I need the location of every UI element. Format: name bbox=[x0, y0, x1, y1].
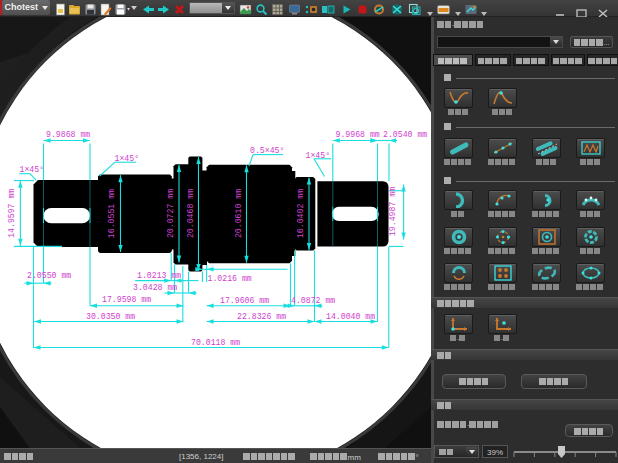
svg-text:1×45°: 1×45° bbox=[306, 151, 331, 160]
svg-text:19.4987 mm: 19.4987 mm bbox=[388, 187, 397, 236]
svg-text:4.0872 mm: 4.0872 mm bbox=[291, 296, 335, 305]
svg-text:2.0550 mm: 2.0550 mm bbox=[27, 271, 71, 280]
svg-text:14.0040 mm: 14.0040 mm bbox=[326, 312, 375, 321]
svg-text:1.0213 mm: 1.0213 mm bbox=[137, 271, 181, 280]
svg-text:17.9598 mm: 17.9598 mm bbox=[102, 295, 151, 304]
svg-text:9.9968 mm: 9.9968 mm bbox=[336, 130, 380, 139]
svg-text:1×45°: 1×45° bbox=[115, 154, 140, 163]
svg-text:70.0118 mm: 70.0118 mm bbox=[191, 338, 240, 347]
svg-text:16.0402 mm: 16.0402 mm bbox=[296, 189, 305, 238]
svg-text:9.9868 mm: 9.9868 mm bbox=[46, 130, 90, 139]
svg-text:20.0468 mm: 20.0468 mm bbox=[186, 189, 195, 238]
svg-text:3.0428 mm: 3.0428 mm bbox=[133, 283, 177, 292]
svg-text:16.0551 mm: 16.0551 mm bbox=[107, 189, 116, 238]
svg-text:20.0727 mm: 20.0727 mm bbox=[166, 189, 175, 238]
svg-text:14.9597 mm: 14.9597 mm bbox=[7, 189, 16, 238]
svg-text:1.0216 mm: 1.0216 mm bbox=[208, 274, 252, 283]
svg-text:17.9606 mm: 17.9606 mm bbox=[220, 296, 269, 305]
svg-text:20.0610 mm: 20.0610 mm bbox=[234, 189, 243, 238]
svg-text:30.0350 mm: 30.0350 mm bbox=[86, 312, 135, 321]
svg-text:1×45°: 1×45° bbox=[20, 165, 45, 174]
svg-text:2.0540 mm: 2.0540 mm bbox=[383, 130, 427, 139]
svg-text:22.8326 mm: 22.8326 mm bbox=[237, 312, 286, 321]
svg-text:0.5×45°: 0.5×45° bbox=[250, 146, 284, 155]
